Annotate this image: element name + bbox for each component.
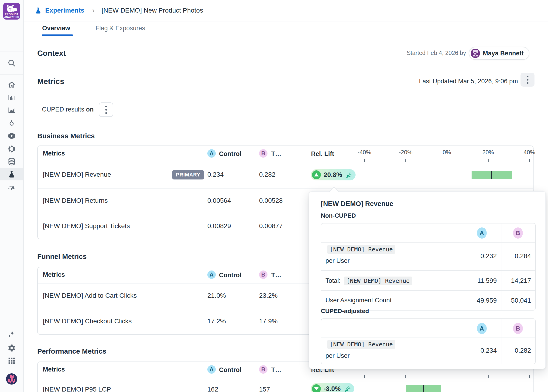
area-chart-icon[interactable] [7, 105, 16, 115]
column-header-control: Control [219, 150, 241, 158]
column-header-control: Control [219, 272, 241, 279]
column-divider [463, 319, 463, 364]
bar-chart-icon[interactable] [7, 93, 16, 102]
metric-code-chip: [NEW DEMO] Revenue [344, 277, 412, 285]
active-tab-underline [42, 35, 73, 36]
flask-icon[interactable] [7, 170, 16, 179]
breadcrumb-chevron-icon: › [92, 6, 95, 15]
table-row-divider [38, 188, 533, 189]
treatment-value: 157 [259, 386, 270, 392]
column-header-rel-lift: Rel. Lift [311, 150, 334, 158]
donut-chart-icon[interactable] [7, 144, 16, 154]
axis-tick [529, 159, 530, 162]
control-value: 21.0% [207, 292, 226, 299]
axis-tick [364, 159, 365, 162]
metric-label-suffix: per User [325, 257, 350, 265]
value-b: 0.282 [501, 347, 531, 354]
rel-lift-chip[interactable]: -3.0% [311, 383, 354, 392]
treatment-value: 0.00528 [259, 197, 283, 204]
lift-value: -3.0% [324, 385, 341, 392]
value-a: 11,599 [463, 277, 497, 284]
variant-b-chip: B [513, 323, 523, 334]
axis-label: 40% [524, 149, 535, 156]
context-heading: Context [37, 49, 66, 58]
metric-name: [NEW DEMO] P95 LCP [43, 386, 111, 392]
home-icon[interactable] [7, 80, 16, 89]
apps-grid-icon[interactable] [7, 356, 16, 365]
value-b: 14,217 [501, 277, 531, 284]
variant-a-chip: A [207, 149, 216, 158]
axis-tick [529, 375, 530, 378]
control-value: 0.00564 [207, 197, 231, 204]
value-a: 0.232 [463, 252, 497, 260]
cuped-adjusted-table: A B [NEW DEMO] Revenue per User 0.234 0.… [321, 318, 536, 364]
sidebar-divider [0, 75, 23, 75]
section-divider [37, 66, 533, 66]
rel-lift-chip[interactable]: 20.8% [311, 169, 356, 180]
topbar-divider [23, 21, 548, 21]
variant-a-chip: A [207, 271, 216, 279]
lift-down-arrow-icon [312, 384, 321, 392]
kebab-icon [527, 76, 528, 84]
column-header-treatment: T… [271, 150, 281, 158]
table-header-divider [321, 337, 535, 338]
sidebar: PRODUCT ANALYTICS [0, 0, 24, 392]
user-avatar[interactable] [6, 373, 17, 385]
variant-a-chip: A [207, 365, 216, 374]
metric-details-popover: [NEW DEMO] Revenue Non-CUPED A B [NEW DE… [309, 191, 546, 369]
funnel-metrics-heading: Funnel Metrics [37, 252, 87, 260]
metric-code-chip: [NEW DEMO] Revenue [327, 340, 395, 349]
confidence-interval-bar [472, 171, 512, 179]
popover-title: [NEW DEMO] Revenue [321, 200, 393, 208]
column-header-control: Control [219, 366, 241, 374]
variant-b-chip: B [259, 149, 267, 158]
app-logo[interactable]: PRODUCT ANALYTICS [3, 3, 20, 21]
gauge-icon[interactable] [7, 183, 16, 192]
owner-pill[interactable]: Maya Bennett [469, 47, 529, 60]
axis-label: 20% [482, 149, 494, 156]
control-value: 0.00829 [207, 222, 231, 230]
treatment-value: 23.2% [259, 292, 277, 299]
table-header-divider [38, 162, 533, 162]
axis-label: 0% [443, 149, 451, 156]
metric-name: [NEW DEMO] Revenue [43, 171, 111, 178]
metric-name: [NEW DEMO] Returns [43, 197, 108, 204]
logo-text-line2: ANALYTICS [4, 16, 19, 18]
gear-icon[interactable] [7, 343, 16, 353]
metrics-kebab-button[interactable] [520, 73, 534, 87]
sidebar-divider [0, 51, 23, 51]
flame-icon[interactable] [7, 119, 16, 128]
owner-avatar [471, 49, 480, 58]
confetti-icon [345, 171, 353, 179]
treatment-value: 17.9% [259, 317, 277, 325]
axis-tick [364, 375, 365, 378]
tab-flag-exposures[interactable]: Flag & Exposures [95, 25, 145, 32]
metrics-heading: Metrics [37, 77, 64, 86]
variant-a-chip: A [477, 227, 487, 238]
metric-label: Total: [NEW DEMO] Revenue [325, 277, 412, 285]
started-by-label: Started Feb 4, 2026 by [407, 49, 466, 56]
metric-name: [NEW DEMO] Support Tickets [43, 222, 130, 230]
breadcrumb-experiments-link[interactable]: Experiments [45, 7, 84, 14]
database-icon[interactable] [7, 157, 16, 166]
experiment-overview-page: PRODUCT ANALYTICS [0, 0, 548, 392]
experiments-flask-icon [35, 6, 42, 17]
kebab-icon [105, 106, 107, 114]
cuped-kebab-button[interactable] [99, 102, 113, 117]
sparkles-icon[interactable] [7, 330, 16, 339]
axis-label: -40% [358, 149, 371, 156]
table-header-divider [38, 378, 533, 378]
metric-code-chip: [NEW DEMO] Revenue [327, 245, 395, 254]
table-row-divider [321, 270, 535, 271]
zero-axis-dashed-line [447, 373, 447, 392]
value-a: 49,959 [463, 297, 497, 304]
control-value: 17.2% [207, 317, 226, 325]
play-icon[interactable] [7, 131, 16, 140]
column-header-treatment: T… [271, 272, 281, 279]
search-icon[interactable] [7, 58, 16, 68]
lift-center-line [491, 171, 492, 179]
cuped-adjusted-heading: CUPED-adjusted [321, 308, 369, 315]
tab-overview[interactable]: Overview [42, 25, 70, 32]
tabbar-divider [23, 36, 548, 36]
variant-a-chip: A [477, 323, 487, 334]
